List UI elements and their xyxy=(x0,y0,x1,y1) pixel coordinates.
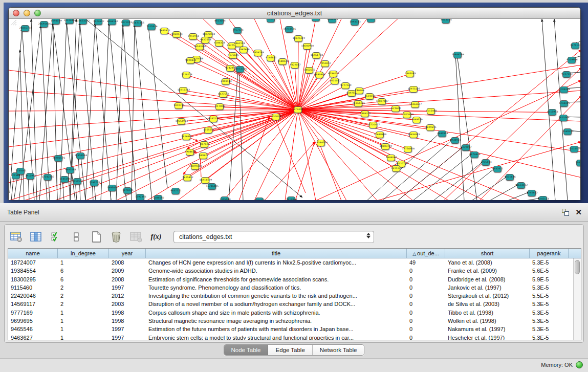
table-row[interactable]: 911546021997Tourette syndrome. Phenomeno… xyxy=(8,283,581,292)
graph-node[interactable]: 9777169 xyxy=(341,82,350,89)
graph-node[interactable]: 1615132 xyxy=(392,165,400,172)
graph-node[interactable]: 1878275 xyxy=(123,187,132,194)
graph-node[interactable]: 7625402 xyxy=(183,174,191,181)
network-graph-canvas[interactable]: 1872400718300295193845542405572420691406… xyxy=(9,19,580,200)
graph-node[interactable]: 1209358 xyxy=(560,86,568,93)
select-rows-button[interactable] xyxy=(50,230,63,244)
graph-node[interactable]: 10807487 xyxy=(378,98,386,105)
table-vertical-scrollbar[interactable] xyxy=(573,258,581,340)
graph-node[interactable]: 14463627 xyxy=(411,101,419,108)
graph-node[interactable]: 621609 xyxy=(391,105,400,112)
graph-node[interactable]: 1621072 xyxy=(331,78,339,84)
graph-node[interactable]: 18224447 xyxy=(66,19,74,24)
column-header-year[interactable]: year xyxy=(109,249,146,258)
graph-node[interactable]: 1284560 xyxy=(154,195,162,200)
table-row[interactable]: 977716911998Corpus callosum shape and si… xyxy=(8,309,581,317)
graph-node[interactable]: 2935114 xyxy=(482,159,490,166)
network-window-titlebar[interactable]: citations_edges.txt xyxy=(9,8,580,19)
table-row[interactable]: 1456911722003Disruption of a novel membe… xyxy=(8,300,581,308)
graph-node[interactable]: 16914479 xyxy=(201,177,209,184)
graph-node[interactable]: 1916682 xyxy=(182,134,190,140)
graph-node[interactable]: 19756928 xyxy=(404,146,412,152)
graph-node[interactable]: 1588520 xyxy=(278,58,287,65)
graph-node[interactable]: 9227343 xyxy=(562,71,571,78)
table-row[interactable]: 946554611997Estimation of the future num… xyxy=(8,325,581,333)
graph-node[interactable]: 12342737 xyxy=(43,174,52,181)
graph-node[interactable]: 21364436 xyxy=(354,100,362,107)
graph-node[interactable]: 1292346 xyxy=(136,194,144,200)
graph-node[interactable]: 19654923 xyxy=(409,132,418,138)
graph-node[interactable]: 1167531 xyxy=(576,160,580,166)
graph-node[interactable]: 1244415 xyxy=(560,100,568,107)
graph-node[interactable]: 7485063 xyxy=(406,71,414,77)
graph-node[interactable]: 15716485 xyxy=(208,183,216,190)
graph-node[interactable]: 1494079 xyxy=(52,19,60,25)
graph-node[interactable]: 8471676 xyxy=(506,174,514,181)
graph-node[interactable]: 14099448 xyxy=(191,163,199,170)
graph-node[interactable]: 3624554 xyxy=(365,93,374,100)
graph-node[interactable]: 9146821 xyxy=(267,55,275,61)
graph-node[interactable]: 1862615 xyxy=(305,67,313,74)
graph-node[interactable]: 1795725 xyxy=(90,180,98,186)
graph-node[interactable]: 8813044 xyxy=(215,19,224,25)
graph-node[interactable]: 6794028 xyxy=(329,71,337,77)
graph-node[interactable]: 9822037 xyxy=(291,62,299,69)
graph-node[interactable]: 2064944 xyxy=(328,19,336,23)
graph-node[interactable]: 1575107 xyxy=(571,42,579,49)
graph-node[interactable]: 19654903 xyxy=(177,118,185,125)
graph-node[interactable]: 9827508 xyxy=(201,37,209,43)
close-panel-icon[interactable]: ✕ xyxy=(575,209,582,216)
graph-node[interactable]: 15720407 xyxy=(369,122,377,128)
graph-node[interactable]: 1453457 xyxy=(255,198,264,200)
graph-node[interactable]: 9474444 xyxy=(470,151,478,158)
graph-node[interactable]: 10653257 xyxy=(79,19,87,25)
graph-node[interactable]: 1664874 xyxy=(267,19,275,23)
graph-node[interactable]: 1904675 xyxy=(186,149,194,156)
scrollbar-thumb[interactable] xyxy=(575,260,580,274)
graph-node[interactable]: 7957224 xyxy=(233,27,242,34)
graph-node[interactable]: 2967608 xyxy=(239,47,248,53)
column-header-short[interactable]: short xyxy=(445,249,530,258)
window-resize-grip[interactable] xyxy=(9,19,17,26)
graph-node[interactable]: 9245123 xyxy=(539,196,547,200)
graph-node[interactable]: 19218586 xyxy=(285,26,293,33)
graph-node[interactable]: 1810755 xyxy=(175,102,183,109)
graph-node[interactable]: 16648784 xyxy=(453,52,462,58)
table-row[interactable]: 946362711997Embryonic stem cells: a mode… xyxy=(8,334,581,340)
graph-node[interactable]: 9857771 xyxy=(171,188,180,194)
tab-network-table[interactable]: Network Table xyxy=(313,345,364,355)
graph-node[interactable]: 9329966 xyxy=(568,57,576,63)
graph-node[interactable]: 9115460 xyxy=(427,108,435,115)
graph-node[interactable]: 8860124 xyxy=(172,31,181,38)
column-header-name[interactable]: name xyxy=(8,249,58,258)
graph-node[interactable]: 18807249 xyxy=(381,143,389,150)
graph-node[interactable]: 9897588 xyxy=(66,167,74,173)
graph-node[interactable]: 887833 xyxy=(200,141,208,148)
graph-node[interactable]: 10688609 xyxy=(376,132,384,138)
modify-table-button[interactable] xyxy=(10,230,23,244)
graph-node[interactable]: 7932621 xyxy=(493,166,502,172)
graph-node[interactable]: 8813014 xyxy=(442,19,450,24)
graph-node[interactable]: 1350513 xyxy=(73,178,81,185)
graph-node[interactable]: 8427552 xyxy=(219,91,227,98)
graph-node[interactable]: 9699695 xyxy=(426,124,434,131)
graph-node[interactable]: 8990448 xyxy=(315,72,323,78)
column-header-outde[interactable]: △out_de... xyxy=(407,249,445,258)
graph-node[interactable]: 746266 xyxy=(355,87,363,94)
graph-node[interactable]: 917004 xyxy=(215,103,224,110)
graph-node[interactable]: 8267130 xyxy=(209,116,217,122)
graph-node[interactable]: 24055724 xyxy=(21,25,29,32)
table-row[interactable]: 2242004622012Investigating the contribut… xyxy=(8,292,581,300)
function-builder-button[interactable]: f(x) xyxy=(149,230,163,244)
graph-node[interactable]: 19384554 xyxy=(317,140,325,146)
graph-node[interactable]: 8186328 xyxy=(215,40,223,47)
table-panel-titlebar[interactable]: Table Panel ✕ xyxy=(0,203,588,222)
graph-node[interactable]: 9890441 xyxy=(186,57,194,64)
graph-node[interactable]: 2718126 xyxy=(182,72,190,78)
graph-node[interactable]: 7515526 xyxy=(147,24,156,30)
table-row[interactable]: 969969511998Structural magnetic resonanc… xyxy=(8,317,581,325)
graph-node[interactable]: 6497568 xyxy=(347,90,356,97)
graph-node[interactable]: 10654112 xyxy=(517,182,525,189)
column-header-pagerank[interactable]: pagerank xyxy=(530,249,569,258)
graph-node[interactable]: 1355554 xyxy=(204,127,212,134)
